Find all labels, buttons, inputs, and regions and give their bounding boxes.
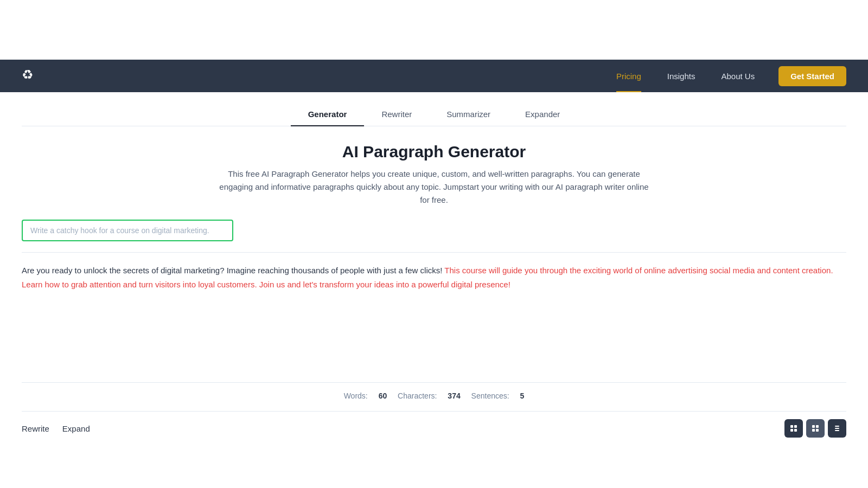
svg-rect-0 — [790, 425, 793, 428]
title-section: AI Paragraph Generator This free AI Para… — [22, 143, 846, 207]
chars-label: Characters: — [398, 391, 437, 400]
logo-icon: ♻ — [22, 67, 39, 85]
svg-rect-3 — [794, 429, 797, 432]
view-btn-2[interactable] — [806, 419, 825, 438]
svg-rect-7 — [816, 429, 819, 432]
rewrite-button[interactable]: Rewrite — [22, 424, 49, 433]
nav-menu: Pricing Insights About Us — [603, 60, 768, 92]
tab-summarizer[interactable]: Summarizer — [429, 103, 508, 126]
svg-rect-4 — [812, 425, 815, 428]
tab-expander[interactable]: Expander — [508, 103, 577, 126]
tabs-container: Generator Rewriter Summarizer Expander — [22, 103, 846, 126]
sentences-label: Sentences: — [471, 391, 509, 400]
chars-value: 374 — [448, 391, 460, 400]
output-text: Are you ready to unlock the secrets of d… — [22, 264, 835, 291]
page-title: AI Paragraph Generator — [22, 143, 846, 161]
grid-icon-2 — [812, 425, 819, 432]
svg-rect-5 — [816, 425, 819, 428]
get-started-button[interactable]: Get Started — [778, 66, 846, 86]
stats-bar: Words: 60 Characters: 374 Sentences: 5 — [22, 382, 846, 409]
sentences-value: 5 — [520, 391, 525, 400]
nav-item-about[interactable]: About Us — [708, 60, 768, 92]
prompt-input[interactable] — [22, 220, 233, 241]
input-section — [22, 220, 846, 241]
svg-rect-6 — [812, 429, 815, 432]
svg-rect-9 — [835, 428, 839, 429]
words-label: Words: — [344, 391, 368, 400]
main-content: Generator Rewriter Summarizer Expander A… — [0, 103, 868, 445]
grid-icon-3 — [833, 425, 841, 432]
tab-generator[interactable]: Generator — [291, 103, 365, 126]
output-text-normal: Are you ready to unlock the secrets of d… — [22, 266, 442, 275]
page-description: This free AI Paragraph Generator helps y… — [217, 168, 651, 207]
nav-item-insights[interactable]: Insights — [654, 60, 709, 92]
view-btn-3[interactable] — [828, 419, 846, 438]
expand-button[interactable]: Expand — [62, 424, 90, 433]
grid-icon-1 — [790, 425, 797, 432]
words-value: 60 — [379, 391, 387, 400]
view-btn-1[interactable] — [784, 419, 803, 438]
toolbar-left: Rewrite Expand — [22, 424, 90, 433]
top-space — [0, 0, 868, 60]
nav-item-pricing[interactable]: Pricing — [603, 60, 654, 92]
navbar: ♻ Pricing Insights About Us Get Started — [0, 60, 868, 92]
tab-rewriter[interactable]: Rewriter — [364, 103, 429, 126]
svg-rect-2 — [790, 429, 793, 432]
svg-rect-10 — [835, 430, 839, 431]
bottom-toolbar: Rewrite Expand — [22, 411, 846, 445]
toolbar-right — [784, 419, 846, 438]
output-section: Are you ready to unlock the secrets of d… — [22, 252, 846, 371]
svg-rect-8 — [835, 426, 839, 427]
svg-rect-1 — [794, 425, 797, 428]
logo[interactable]: ♻ — [22, 67, 39, 85]
